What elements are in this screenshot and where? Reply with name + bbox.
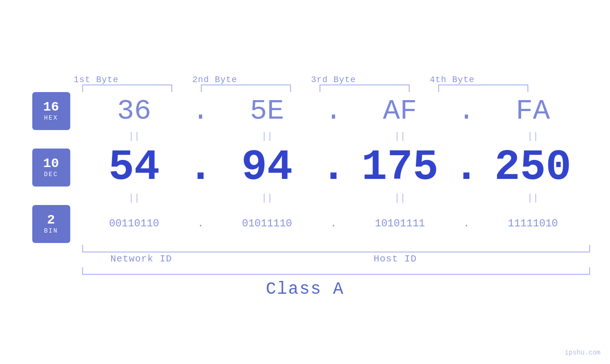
bin-badge-base: BIN — [44, 227, 58, 234]
class-row: Class A — [20, 280, 590, 299]
bin-byte3: 10101111 — [375, 218, 425, 230]
hex-dot2: . — [325, 97, 342, 125]
class-label: Class A — [266, 280, 344, 299]
network-id-bracket — [82, 245, 201, 252]
equals-1-b2: || — [261, 130, 272, 143]
dec-byte1: 54 — [108, 143, 160, 192]
dec-row: 10 DEC 54 . 94 . 175 . 250 — [20, 143, 590, 192]
class-bracket-row — [82, 267, 590, 275]
bin-dot1: . — [197, 218, 204, 230]
equals-1-b4: || — [527, 130, 538, 143]
byte3-header-label: 3rd Byte — [289, 75, 379, 84]
network-id-label: Network ID — [110, 253, 172, 264]
bin-byte4: 11111010 — [508, 218, 558, 230]
hex-byte1: 36 — [117, 95, 151, 127]
dec-dot3: . — [453, 146, 479, 189]
header-row: 1st Byte 2nd Byte 3rd Byte 4th Byte — [51, 75, 610, 84]
bin-dot2: . — [330, 218, 337, 230]
top-bracket-byte1 — [82, 84, 172, 92]
host-id-label: Host ID — [374, 253, 417, 264]
top-bracket-byte3 — [319, 84, 410, 92]
top-bracket-row — [82, 84, 590, 92]
dec-dot2: . — [320, 146, 346, 189]
hex-byte2: 5E — [250, 95, 284, 127]
byte1-header-label: 1st Byte — [51, 75, 141, 84]
dec-badge-base: DEC — [44, 171, 58, 178]
hex-byte3: AF — [383, 95, 417, 127]
dec-badge: 10 DEC — [32, 149, 70, 187]
watermark-text: ipshu.com — [564, 349, 601, 356]
hex-badge-base: HEX — [44, 114, 58, 121]
equals-2-b4: || — [527, 192, 538, 205]
bin-row: 2 BIN 00110110 . 01011110 . 10101111 . — [20, 205, 590, 243]
equals-2-b2: || — [261, 192, 272, 205]
main-container: 1st Byte 2nd Byte 3rd Byte 4th Byte — [0, 0, 610, 364]
hex-dot3: . — [458, 97, 475, 125]
hex-dot1: . — [192, 97, 209, 125]
equals-row-2: || || || || — [82, 192, 590, 205]
equals-2-b3: || — [394, 192, 405, 205]
byte2-header-label: 2nd Byte — [170, 75, 260, 84]
dec-badge-number: 10 — [43, 157, 59, 171]
hex-badge: 16 HEX — [32, 92, 70, 130]
class-bracket — [82, 267, 590, 275]
hex-badge-number: 16 — [43, 100, 59, 115]
top-bracket-byte2 — [201, 84, 291, 92]
dec-byte3: 175 — [361, 143, 438, 192]
dec-byte4: 250 — [494, 143, 571, 192]
bin-badge: 2 BIN — [32, 205, 70, 243]
dec-dot1: . — [188, 146, 213, 189]
host-id-bracket — [201, 245, 590, 252]
equals-1-b3: || — [394, 130, 405, 143]
bin-byte1: 00110110 — [109, 218, 160, 230]
hex-row: 16 HEX 36 . 5E . AF . FA — [20, 92, 590, 130]
dec-byte2: 94 — [241, 143, 292, 192]
equals-1-b1: || — [128, 130, 140, 143]
equals-2-b1: || — [128, 192, 140, 205]
byte4-header-label: 4th Byte — [407, 75, 497, 84]
bin-dot3: . — [463, 218, 469, 230]
id-labels-row: Network ID Host ID — [82, 253, 590, 264]
watermark: ipshu.com — [564, 349, 601, 356]
equals-row-1: || || || || — [82, 130, 590, 143]
bin-byte2: 01011110 — [242, 218, 292, 230]
layout: 1st Byte 2nd Byte 3rd Byte 4th Byte — [20, 65, 590, 299]
hex-byte4: FA — [516, 95, 550, 127]
bottom-bracket-row — [82, 245, 590, 252]
top-bracket-byte4 — [438, 84, 528, 92]
bin-badge-number: 2 — [47, 213, 55, 228]
